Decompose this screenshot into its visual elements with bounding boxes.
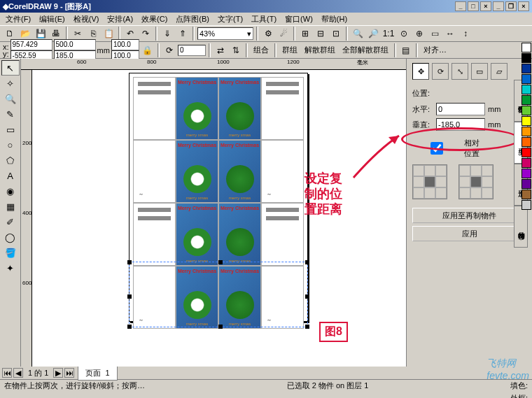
color-swatch[interactable]	[522, 43, 531, 52]
outline-tool[interactable]: ◯	[1, 229, 20, 245]
lock-ratio-icon[interactable]: 🔒	[141, 43, 155, 57]
color-swatch[interactable]	[522, 95, 531, 105]
position-label: 位置:	[412, 88, 526, 99]
menu-window[interactable]: 窗口(W)	[281, 13, 317, 26]
menu-file[interactable]: 文件(F)	[1, 13, 35, 26]
max-button[interactable]: □	[468, 1, 479, 11]
page-first-icon[interactable]: ⏮	[2, 368, 12, 378]
ungroup-button[interactable]: 解散群组	[302, 45, 338, 55]
color-swatch[interactable]	[522, 53, 531, 63]
mirror-h-icon[interactable]: ⇄	[214, 43, 227, 57]
align-button[interactable]: 对齐…	[421, 45, 449, 55]
ellipse-tool[interactable]: ○	[1, 137, 20, 152]
snap3-icon[interactable]: ⊡	[329, 27, 343, 41]
zoom-all-icon[interactable]: ⊕	[412, 27, 426, 41]
color-swatch[interactable]	[522, 116, 531, 126]
text-tool[interactable]: A	[1, 168, 20, 183]
apply-duplicate-button[interactable]: 应用至再制物件	[412, 208, 526, 223]
color-swatch[interactable]	[522, 74, 531, 84]
doc-max-button[interactable]: ❐	[505, 1, 517, 11]
menu-tools[interactable]: 工具(T)	[247, 13, 281, 26]
color-swatch[interactable]	[522, 127, 531, 136]
anchor-grid-2[interactable]	[458, 164, 493, 199]
color-swatch[interactable]	[522, 169, 531, 178]
color-swatch[interactable]	[522, 64, 531, 73]
rotate-icon[interactable]: ⟳	[432, 63, 449, 80]
v-input[interactable]	[436, 118, 485, 131]
import-icon[interactable]: ⇓	[160, 27, 174, 41]
relative-checkbox[interactable]	[412, 142, 461, 155]
snap2-icon[interactable]: ⊟	[314, 27, 328, 41]
zoom-sel-icon[interactable]: ⊙	[397, 27, 411, 41]
page-last-icon[interactable]: ⏭	[64, 368, 74, 378]
corel-online-icon[interactable]: ☄	[276, 27, 290, 41]
card-back	[133, 77, 176, 140]
close-button[interactable]: ×	[480, 1, 491, 11]
color-swatch[interactable]	[522, 85, 531, 94]
color-swatch[interactable]	[522, 179, 531, 189]
zoom-tool[interactable]: 🔍	[1, 91, 20, 106]
page-next-icon[interactable]: ▶	[53, 368, 63, 378]
menu-arrange[interactable]: 安排(A)	[103, 13, 137, 26]
pick-tool[interactable]: ↖	[1, 60, 20, 76]
order-icon[interactable]: ▤	[399, 43, 413, 57]
polygon-tool[interactable]: ⬠	[1, 152, 20, 168]
canvas[interactable]: Merry Christmasmerry xmas Merry Christma…	[32, 70, 406, 367]
menu-edit[interactable]: 编辑(E)	[35, 13, 69, 26]
redo-icon[interactable]: ↷	[139, 27, 153, 41]
ruler-vertical[interactable]: 200 400 600	[21, 70, 32, 367]
freehand-tool[interactable]: ✎	[1, 106, 20, 122]
mirror-v-icon[interactable]: ⇅	[229, 43, 243, 57]
anchor-grid-1[interactable]	[412, 164, 447, 199]
zoom-height-icon[interactable]: ↕	[458, 27, 472, 41]
ruler-horizontal[interactable]: 600 800 1000 1200 毫米	[21, 59, 406, 70]
export-icon[interactable]: ⇑	[176, 27, 190, 41]
eyedropper-tool[interactable]: ✐	[1, 214, 20, 229]
color-swatch[interactable]	[522, 148, 531, 157]
zoom-in-icon[interactable]: 🔍	[351, 27, 365, 41]
color-swatch[interactable]	[522, 106, 531, 115]
color-swatch[interactable]	[522, 200, 531, 210]
apply-button[interactable]: 应用	[412, 226, 526, 241]
combine-button[interactable]: 组合	[251, 45, 272, 55]
card-grid[interactable]: Merry Christmasmerry xmas Merry Christma…	[133, 77, 304, 329]
menu-view[interactable]: 检视(V)	[69, 13, 104, 26]
position-icon[interactable]: ✥	[412, 63, 429, 80]
doc-min-button[interactable]: _	[493, 1, 504, 11]
sx-input[interactable]	[111, 39, 139, 50]
shape-tool[interactable]: ✧	[1, 76, 20, 91]
interactive-transparency-tool[interactable]: ▦	[1, 199, 20, 214]
rotate-input-icon[interactable]: ⟳	[162, 43, 176, 57]
angle-input[interactable]	[178, 45, 206, 56]
menu-effects[interactable]: 效果(C)	[137, 13, 172, 26]
menu-bitmap[interactable]: 点阵图(B)	[172, 13, 214, 26]
zoom-actual-icon[interactable]: 1:1	[382, 27, 396, 41]
min-button[interactable]: _	[455, 1, 466, 11]
group-button[interactable]: 群组	[279, 45, 300, 55]
doc-close-button[interactable]: ×	[518, 1, 529, 11]
zoom-out-icon[interactable]: 🔎	[366, 27, 380, 41]
scale-icon[interactable]: ⤡	[451, 63, 468, 80]
h-input[interactable]	[436, 103, 485, 115]
menu-help[interactable]: 帮助(H)	[317, 13, 351, 26]
x-input[interactable]	[10, 39, 52, 50]
interactive-tool[interactable]: ✦	[1, 260, 20, 276]
zoom-width-icon[interactable]: ↔	[443, 27, 457, 41]
color-swatch[interactable]	[522, 137, 531, 147]
fill-tool[interactable]: 🪣	[1, 245, 20, 260]
menu-text[interactable]: 文字(T)	[214, 13, 247, 26]
docker-tab-symbols[interactable]: 符号与特殊字符	[514, 206, 528, 248]
rectangle-tool[interactable]: ▭	[1, 122, 20, 137]
app-launcher-icon[interactable]: ⚙	[261, 27, 275, 41]
zoom-combo[interactable]: 43%▾	[197, 27, 253, 40]
snap-icon[interactable]: ⊞	[298, 27, 312, 41]
w-input[interactable]	[54, 39, 96, 50]
size-icon[interactable]: ▭	[471, 63, 488, 80]
ungroup-all-button[interactable]: 全部解散群组	[340, 45, 391, 55]
page-prev-icon[interactable]: ◀	[13, 368, 23, 378]
color-swatch[interactable]	[522, 190, 531, 199]
zoom-page-icon[interactable]: ▭	[428, 27, 442, 41]
skew-icon[interactable]: ▱	[491, 63, 507, 80]
interactive-fill-tool[interactable]: ◉	[1, 183, 20, 199]
color-swatch[interactable]	[522, 158, 531, 168]
